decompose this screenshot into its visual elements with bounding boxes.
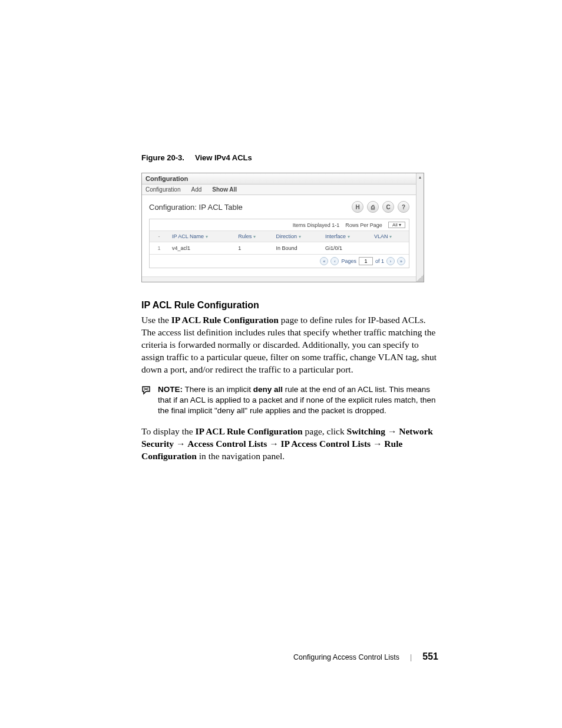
- footer-chapter: Configuring Access Control Lists: [293, 653, 399, 661]
- tab-show-all[interactable]: Show All: [212, 186, 237, 193]
- cell-vlan: [371, 242, 409, 255]
- cell-interface: Gi1/0/1: [322, 242, 371, 255]
- col-interface[interactable]: Interface ▾: [322, 231, 371, 242]
- cell-index: 1: [150, 242, 168, 255]
- col-ip-acl-name[interactable]: IP ACL Name ▾: [168, 231, 234, 242]
- pager-first-icon[interactable]: «: [320, 257, 328, 265]
- help-icon[interactable]: ?: [398, 201, 409, 213]
- tab-bar: Configuration Add Show All: [142, 185, 416, 195]
- figure-caption: Figure 20-3.View IPv4 ACLs: [141, 153, 438, 162]
- section-heading: IP ACL Rule Configuration: [141, 300, 438, 311]
- nav-switching: Switching: [347, 426, 385, 436]
- bold-ip-acl-rule-config: IP ACL Rule Configuration: [171, 315, 279, 325]
- pager-prev-icon[interactable]: ‹: [330, 257, 339, 265]
- footer-page-number: 551: [422, 651, 438, 662]
- col-direction[interactable]: Direction ▾: [273, 231, 322, 242]
- pager-last-icon[interactable]: »: [397, 257, 405, 265]
- nav-acl: Access Control Lists: [187, 439, 267, 449]
- tab-configuration[interactable]: Configuration: [146, 186, 180, 193]
- note-block: NOTE: There is an implicit deny all rule…: [141, 384, 438, 417]
- acl-table-wrap: Items Displayed 1-1 Rows Per Page All ▾ …: [149, 219, 409, 268]
- print-icon[interactable]: ⎙: [367, 201, 379, 213]
- col-vlan[interactable]: VLAN ▾: [371, 231, 409, 242]
- rows-per-page-select[interactable]: All ▾: [388, 222, 405, 228]
- action-icons: H ⎙ C ?: [352, 201, 409, 213]
- resize-grip-icon[interactable]: [416, 275, 424, 282]
- rows-per-page-label: Rows Per Page: [345, 222, 382, 228]
- paragraph-2: To display the IP ACL Rule Configuration…: [141, 426, 438, 463]
- scroll-up-icon[interactable]: ▴: [416, 173, 424, 180]
- figure-title: View IPv4 ACLs: [195, 153, 252, 162]
- panel-title: Configuration: IP ACL Table: [149, 203, 243, 212]
- screenshot-ip-acl-table: Configuration Configuration Add Show All…: [141, 173, 424, 282]
- cell-name: v4_acl1: [168, 242, 234, 255]
- nav-ip-acl: IP Access Control Lists: [281, 439, 371, 449]
- pager-pages-label: Pages: [341, 258, 356, 264]
- table-row: 1 v4_acl1 1 In Bound Gi1/0/1: [150, 242, 409, 255]
- cell-rules: 1: [234, 242, 272, 255]
- pager: « ‹ Pages of 1 › »: [150, 254, 409, 268]
- footer-separator: |: [410, 653, 412, 661]
- scrollbar[interactable]: ▴: [416, 173, 424, 282]
- pager-page-input[interactable]: [359, 257, 373, 265]
- bold-deny-all: deny all: [253, 385, 283, 394]
- window-title: Configuration: [142, 173, 416, 185]
- page-footer: Configuring Access Control Lists | 551: [141, 651, 438, 662]
- pager-next-icon[interactable]: ›: [386, 257, 395, 265]
- note-label: NOTE:: [158, 385, 183, 394]
- tab-add[interactable]: Add: [191, 186, 201, 193]
- col-rules[interactable]: Rules ▾: [234, 231, 272, 242]
- pager-of-label: of 1: [375, 258, 384, 264]
- paragraph-1: Use the IP ACL Rule Configuration page t…: [141, 314, 438, 376]
- col-index: -: [150, 231, 168, 242]
- figure-label: Figure 20-3.: [141, 153, 184, 162]
- save-icon[interactable]: H: [352, 201, 363, 213]
- cell-direction: In Bound: [273, 242, 322, 255]
- refresh-icon[interactable]: C: [382, 201, 394, 213]
- acl-table: - IP ACL Name ▾ Rules ▾ Direction ▾ Inte…: [150, 231, 409, 254]
- items-displayed: Items Displayed 1-1: [293, 222, 340, 228]
- note-icon: [141, 386, 152, 395]
